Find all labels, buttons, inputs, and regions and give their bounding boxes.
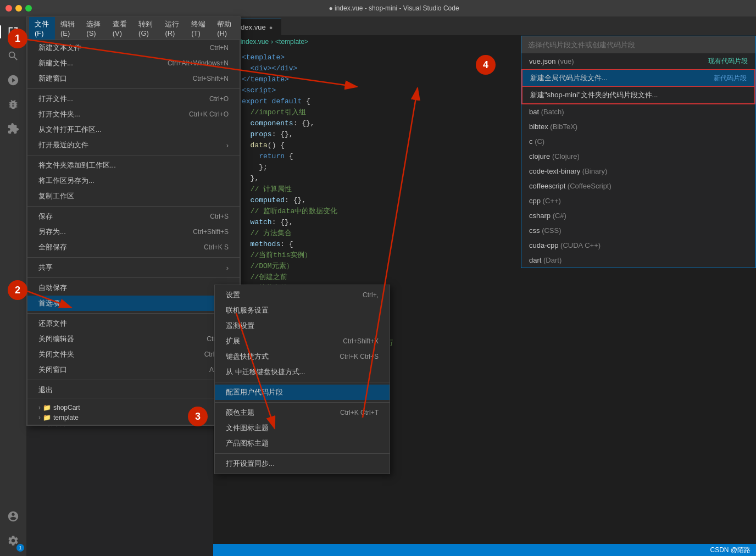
new-global-label: 新建全局代码片段文件... bbox=[530, 73, 608, 83]
menu-edit[interactable]: 编辑(E) bbox=[55, 17, 81, 40]
submenu-arrow-icon: › bbox=[226, 264, 229, 272]
window-title: ● index.vue - shop-mini - Visual Studio … bbox=[37, 4, 751, 12]
menu-select[interactable]: 选择(S) bbox=[81, 17, 107, 40]
menu-duplicate-workspace[interactable]: 复制工作区 bbox=[27, 188, 240, 204]
menu-open-workspace[interactable]: 从文件打开工作区... bbox=[27, 122, 240, 137]
menu-close-folder[interactable]: 关闭文件夹 Ctrl+K F bbox=[27, 347, 240, 362]
snippet-item-cpp[interactable]: cpp (C++) bbox=[521, 193, 755, 208]
snippet-item-new-global[interactable]: 新建全局代码片段文件... 新代码片段 bbox=[521, 69, 755, 87]
snippet-search-input[interactable] bbox=[521, 36, 755, 53]
folder-icon: 📁 bbox=[43, 404, 51, 412]
menu-save-all[interactable]: 全部保存 Ctrl+K S bbox=[27, 240, 240, 255]
snippet-item-cuda-cpp[interactable]: cuda-cpp (CUDA C++) bbox=[521, 238, 755, 253]
menu-open-recent[interactable]: 打开最近的文件 › bbox=[27, 137, 240, 153]
separator-pref bbox=[215, 382, 390, 382]
annotation-2: 2 bbox=[8, 280, 27, 300]
minimize-button[interactable] bbox=[15, 5, 22, 12]
snippet-item-dart[interactable]: dart (Dart) bbox=[521, 253, 755, 268]
menu-terminal[interactable]: 终端(T) bbox=[186, 17, 212, 40]
statusbar-right: CSDN @陌路 bbox=[710, 546, 751, 555]
menu-new-file[interactable]: 新建文件... Ctrl+Alt+Windows+N bbox=[27, 55, 240, 71]
pref-keyboard-shortcuts[interactable]: 键盘快捷方式 Ctrl+K Ctrl+S bbox=[215, 349, 390, 364]
pref-settings[interactable]: 设置 Ctrl+, bbox=[215, 287, 390, 303]
pref-file-icon-theme[interactable]: 文件图标主题 bbox=[215, 420, 390, 436]
chevron-right-icon: › bbox=[38, 404, 41, 412]
submenu-arrow-icon: › bbox=[226, 141, 229, 149]
menu-goto[interactable]: 转到(G) bbox=[133, 17, 159, 40]
debug-icon[interactable] bbox=[3, 94, 23, 114]
new-folder-label: 新建"shop-mini"文件夹的代码片段文件... bbox=[530, 90, 658, 100]
folder-icon: 📁 bbox=[43, 414, 51, 421]
separator-6 bbox=[27, 313, 240, 314]
editor-tabs: ◆ index.vue ● bbox=[213, 16, 756, 36]
snippet-item-new-folder[interactable]: 新建"shop-mini"文件夹的代码片段文件... bbox=[521, 87, 755, 104]
code-line-26: //创建之前 bbox=[218, 272, 756, 283]
menu-save[interactable]: 保存 Ctrl+S bbox=[27, 209, 240, 224]
menu-run[interactable]: 运行(R) bbox=[159, 17, 186, 40]
new-badge: 新代码片段 bbox=[714, 74, 747, 83]
search-icon[interactable] bbox=[3, 46, 23, 66]
snippet-item-vue-json[interactable]: vue.json (vue) 现有代码片段 bbox=[521, 53, 755, 69]
pref-user-snippets[interactable]: 配置用户代码片段 bbox=[215, 385, 390, 400]
account-icon[interactable] bbox=[3, 507, 23, 526]
separator-2 bbox=[27, 155, 240, 155]
pref-color-theme[interactable]: 颜色主题 Ctrl+K Ctrl+T bbox=[215, 405, 390, 420]
extensions-icon[interactable] bbox=[3, 119, 23, 138]
sidebar-tree-visible: › 📁 shopCart › 📁 template bbox=[27, 398, 240, 425]
maximize-button[interactable] bbox=[25, 5, 32, 12]
menu-preferences[interactable]: 首选项 › bbox=[27, 296, 240, 311]
snippet-item-bibtex[interactable]: bibtex (BibTeX) bbox=[521, 119, 755, 134]
menu-open-folder[interactable]: 打开文件夹... Ctrl+K Ctrl+O bbox=[27, 107, 240, 122]
snippet-item-bat[interactable]: bat (Batch) bbox=[521, 104, 755, 119]
menu-add-folder[interactable]: 将文件夹添加到工作区... bbox=[27, 158, 240, 173]
pref-product-icon-theme[interactable]: 产品图标主题 bbox=[215, 436, 390, 451]
menu-open-file[interactable]: 打开文件... Ctrl+O bbox=[27, 91, 240, 107]
pref-extensions[interactable]: 扩展 Ctrl+Shift+X bbox=[215, 333, 390, 349]
menu-close-window[interactable]: 关闭窗口 Alt+F4 bbox=[27, 362, 240, 377]
menu-exit[interactable]: 退出 bbox=[27, 382, 240, 398]
annotation-1: 1 bbox=[8, 29, 27, 48]
snippet-item-clojure[interactable]: clojure (Clojure) bbox=[521, 149, 755, 164]
existing-badge: 现有代码片段 bbox=[708, 57, 748, 66]
menu-auto-save[interactable]: 自动保存 bbox=[27, 280, 240, 296]
separator-pref-2 bbox=[215, 402, 390, 403]
close-button[interactable] bbox=[5, 5, 12, 12]
snippet-item-coffeescript[interactable]: coffeescript (CoffeeScript) bbox=[521, 179, 755, 193]
activity-bottom: 1 bbox=[3, 507, 23, 556]
source-control-icon[interactable] bbox=[3, 70, 23, 90]
menu-save-as[interactable]: 另存为... Ctrl+Shift+S bbox=[27, 224, 240, 240]
menu-help[interactable]: 帮助(H) bbox=[212, 17, 238, 40]
menu-revert-file[interactable]: 还原文件 bbox=[27, 316, 240, 331]
settings-icon[interactable]: 1 bbox=[3, 531, 23, 551]
menu-file[interactable]: 文件(F) bbox=[29, 17, 55, 40]
menu-share[interactable]: 共享 › bbox=[27, 260, 240, 275]
file-menu: 文件(F) 编辑(E) 选择(S) 查看(V) 转到(G) 运行(R) 终端(T… bbox=[26, 16, 241, 426]
separator-1 bbox=[27, 88, 240, 89]
separator-3 bbox=[27, 206, 240, 207]
close-tab-icon[interactable]: ● bbox=[269, 24, 273, 31]
menu-close-editor[interactable]: 关闭编辑器 Ctrl+F4 bbox=[27, 331, 240, 347]
separator-7 bbox=[27, 380, 240, 380]
notification-badge: 1 bbox=[16, 544, 24, 552]
titlebar: ● index.vue - shop-mini - Visual Studio … bbox=[0, 0, 756, 16]
pref-online-services[interactable]: 联机服务设置 bbox=[215, 303, 390, 318]
menu-view[interactable]: 查看(V) bbox=[107, 17, 133, 40]
separator-pref-3 bbox=[215, 453, 390, 454]
snippet-item-c[interactable]: c (C) bbox=[521, 134, 755, 149]
pref-sync-settings[interactable]: 打开设置同步... bbox=[215, 456, 390, 471]
sidebar-template-2[interactable]: › 📁 template bbox=[34, 413, 240, 422]
pref-migrate-keybindings[interactable]: 从 中迁移键盘快捷方式... bbox=[215, 364, 390, 380]
menu-new-text-file[interactable]: 新建文本文件 Ctrl+N bbox=[27, 40, 240, 55]
annotation-4: 4 bbox=[476, 55, 496, 75]
pref-telemetry[interactable]: 遥测设置 bbox=[215, 318, 390, 333]
separator-5 bbox=[27, 277, 240, 278]
snippet-item-css[interactable]: css (CSS) bbox=[521, 223, 755, 238]
menu-new-window[interactable]: 新建窗口 Ctrl+Shift+N bbox=[27, 71, 240, 86]
snippet-item-csharp[interactable]: csharp (C#) bbox=[521, 208, 755, 223]
separator-4 bbox=[27, 257, 240, 258]
window-controls[interactable] bbox=[5, 5, 32, 12]
snippet-item-code-text-binary[interactable]: code-text-binary (Binary) bbox=[521, 164, 755, 179]
snippet-dropdown: vue.json (vue) 现有代码片段 新建全局代码片段文件... 新代码片… bbox=[521, 36, 756, 268]
menu-save-workspace-as[interactable]: 将工作区另存为... bbox=[27, 173, 240, 188]
sidebar-shopcart-2[interactable]: › 📁 shopCart bbox=[34, 403, 240, 413]
